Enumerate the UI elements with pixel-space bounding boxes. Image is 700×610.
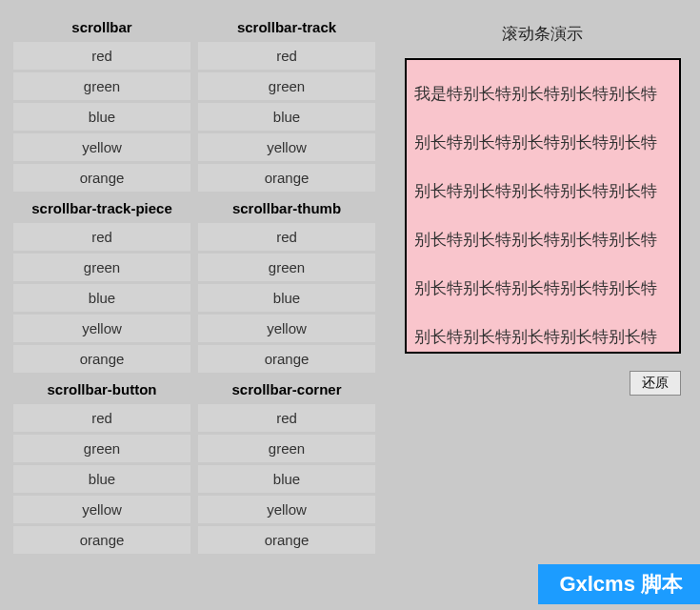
color-option[interactable]: green [198,435,375,462]
color-option[interactable]: orange [198,526,375,554]
demo-text: 我是特别长特别长特别长特别长特别长特别长特别长特别长特别长特别长特别长特别长特别… [407,60,679,354]
color-option[interactable]: orange [198,345,375,373]
color-option[interactable]: green [13,435,190,462]
color-option[interactable]: yellow [13,496,190,523]
color-option[interactable]: blue [13,284,190,312]
color-option[interactable]: red [13,223,190,251]
option-group-scrollbar: scrollbarredgreenblueyelloworange [13,13,190,192]
color-option[interactable]: green [13,72,190,100]
color-option[interactable]: blue [13,103,190,131]
option-group-scrollbar-button: scrollbar-buttonredgreenblueyelloworange [13,376,190,554]
group-header: scrollbar [13,13,190,39]
reset-wrap: 还原 [405,371,681,396]
group-header: scrollbar-button [13,376,190,401]
color-option[interactable]: green [198,254,375,281]
color-option[interactable]: blue [198,465,375,493]
reset-button[interactable]: 还原 [630,371,681,396]
color-option[interactable]: yellow [198,496,375,523]
color-option[interactable]: red [13,42,190,70]
color-option[interactable]: yellow [198,133,375,161]
color-option[interactable]: blue [198,284,375,312]
color-option[interactable]: blue [13,465,190,493]
color-option[interactable]: orange [13,526,190,554]
demo-scroll-box[interactable]: 我是特别长特别长特别长特别长特别长特别长特别长特别长特别长特别长特别长特别长特别… [405,58,681,354]
color-option[interactable]: red [198,42,375,70]
color-option[interactable]: orange [13,345,190,373]
color-option[interactable]: blue [198,103,375,131]
color-option[interactable]: yellow [198,315,375,342]
option-group-scrollbar-track: scrollbar-trackredgreenblueyelloworange [198,13,375,192]
option-group-scrollbar-track-piece: scrollbar-track-pieceredgreenblueyellowo… [13,194,190,373]
color-option[interactable]: orange [198,164,375,192]
option-group-scrollbar-corner: scrollbar-cornerredgreenblueyelloworange [198,376,375,554]
group-header: scrollbar-track [198,13,375,39]
watermark-badge: Gxlcms 脚本 [538,564,700,604]
color-option[interactable]: orange [13,164,190,192]
color-option[interactable]: red [198,404,375,432]
demo-title: 滚动条演示 [502,13,583,58]
group-header: scrollbar-thumb [198,194,375,220]
color-option[interactable]: red [198,223,375,251]
color-option[interactable]: yellow [13,315,190,342]
color-option[interactable]: red [13,404,190,432]
options-grid: scrollbarredgreenblueyelloworangescrollb… [13,13,375,554]
group-header: scrollbar-track-piece [13,194,190,220]
color-option[interactable]: green [13,254,190,281]
option-group-scrollbar-thumb: scrollbar-thumbredgreenblueyelloworange [198,194,375,373]
demo-panel: 滚动条演示 我是特别长特别长特别长特别长特别长特别长特别长特别长特别长特别长特别… [398,13,687,554]
color-option[interactable]: yellow [13,133,190,161]
color-option[interactable]: green [198,72,375,100]
group-header: scrollbar-corner [198,376,375,401]
